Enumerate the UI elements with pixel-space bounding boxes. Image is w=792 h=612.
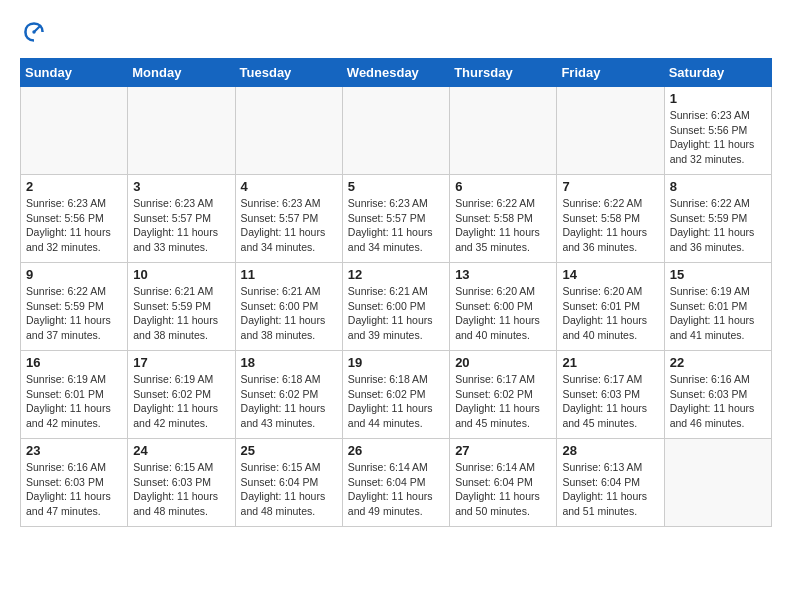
day-info: Sunrise: 6:21 AM Sunset: 5:59 PM Dayligh…: [133, 284, 229, 343]
calendar: SundayMondayTuesdayWednesdayThursdayFrid…: [20, 58, 772, 527]
day-info: Sunrise: 6:21 AM Sunset: 6:00 PM Dayligh…: [241, 284, 337, 343]
calendar-cell: 14Sunrise: 6:20 AM Sunset: 6:01 PM Dayli…: [557, 263, 664, 351]
day-info: Sunrise: 6:13 AM Sunset: 6:04 PM Dayligh…: [562, 460, 658, 519]
calendar-cell: 4Sunrise: 6:23 AM Sunset: 5:57 PM Daylig…: [235, 175, 342, 263]
day-number: 1: [670, 91, 766, 106]
calendar-cell: 10Sunrise: 6:21 AM Sunset: 5:59 PM Dayli…: [128, 263, 235, 351]
calendar-cell: 19Sunrise: 6:18 AM Sunset: 6:02 PM Dayli…: [342, 351, 449, 439]
day-info: Sunrise: 6:22 AM Sunset: 5:58 PM Dayligh…: [455, 196, 551, 255]
page-header: [20, 20, 772, 48]
day-info: Sunrise: 6:16 AM Sunset: 6:03 PM Dayligh…: [670, 372, 766, 431]
day-number: 22: [670, 355, 766, 370]
calendar-cell: 8Sunrise: 6:22 AM Sunset: 5:59 PM Daylig…: [664, 175, 771, 263]
day-number: 5: [348, 179, 444, 194]
day-number: 9: [26, 267, 122, 282]
calendar-cell: 1Sunrise: 6:23 AM Sunset: 5:56 PM Daylig…: [664, 87, 771, 175]
day-number: 28: [562, 443, 658, 458]
calendar-cell: [21, 87, 128, 175]
day-number: 16: [26, 355, 122, 370]
day-info: Sunrise: 6:22 AM Sunset: 5:59 PM Dayligh…: [26, 284, 122, 343]
calendar-cell: [450, 87, 557, 175]
day-number: 3: [133, 179, 229, 194]
logo-icon: [22, 20, 46, 44]
calendar-cell: 18Sunrise: 6:18 AM Sunset: 6:02 PM Dayli…: [235, 351, 342, 439]
calendar-cell: 11Sunrise: 6:21 AM Sunset: 6:00 PM Dayli…: [235, 263, 342, 351]
day-number: 15: [670, 267, 766, 282]
day-info: Sunrise: 6:18 AM Sunset: 6:02 PM Dayligh…: [241, 372, 337, 431]
calendar-cell: 21Sunrise: 6:17 AM Sunset: 6:03 PM Dayli…: [557, 351, 664, 439]
calendar-cell: 13Sunrise: 6:20 AM Sunset: 6:00 PM Dayli…: [450, 263, 557, 351]
calendar-cell: 12Sunrise: 6:21 AM Sunset: 6:00 PM Dayli…: [342, 263, 449, 351]
day-info: Sunrise: 6:17 AM Sunset: 6:02 PM Dayligh…: [455, 372, 551, 431]
calendar-week-3: 9Sunrise: 6:22 AM Sunset: 5:59 PM Daylig…: [21, 263, 772, 351]
calendar-cell: 28Sunrise: 6:13 AM Sunset: 6:04 PM Dayli…: [557, 439, 664, 527]
calendar-header-friday: Friday: [557, 59, 664, 87]
calendar-cell: 15Sunrise: 6:19 AM Sunset: 6:01 PM Dayli…: [664, 263, 771, 351]
day-info: Sunrise: 6:20 AM Sunset: 6:01 PM Dayligh…: [562, 284, 658, 343]
calendar-cell: 17Sunrise: 6:19 AM Sunset: 6:02 PM Dayli…: [128, 351, 235, 439]
day-number: 11: [241, 267, 337, 282]
day-number: 13: [455, 267, 551, 282]
day-number: 20: [455, 355, 551, 370]
calendar-header-saturday: Saturday: [664, 59, 771, 87]
day-info: Sunrise: 6:17 AM Sunset: 6:03 PM Dayligh…: [562, 372, 658, 431]
day-number: 19: [348, 355, 444, 370]
calendar-header-wednesday: Wednesday: [342, 59, 449, 87]
calendar-week-2: 2Sunrise: 6:23 AM Sunset: 5:56 PM Daylig…: [21, 175, 772, 263]
day-number: 17: [133, 355, 229, 370]
day-number: 21: [562, 355, 658, 370]
day-number: 26: [348, 443, 444, 458]
day-number: 6: [455, 179, 551, 194]
calendar-week-4: 16Sunrise: 6:19 AM Sunset: 6:01 PM Dayli…: [21, 351, 772, 439]
day-info: Sunrise: 6:15 AM Sunset: 6:03 PM Dayligh…: [133, 460, 229, 519]
day-info: Sunrise: 6:15 AM Sunset: 6:04 PM Dayligh…: [241, 460, 337, 519]
day-number: 18: [241, 355, 337, 370]
calendar-header-sunday: Sunday: [21, 59, 128, 87]
calendar-cell: [235, 87, 342, 175]
day-info: Sunrise: 6:23 AM Sunset: 5:56 PM Dayligh…: [26, 196, 122, 255]
day-info: Sunrise: 6:23 AM Sunset: 5:57 PM Dayligh…: [241, 196, 337, 255]
day-number: 27: [455, 443, 551, 458]
calendar-cell: 3Sunrise: 6:23 AM Sunset: 5:57 PM Daylig…: [128, 175, 235, 263]
calendar-cell: [128, 87, 235, 175]
calendar-cell: [557, 87, 664, 175]
day-number: 8: [670, 179, 766, 194]
day-number: 14: [562, 267, 658, 282]
day-info: Sunrise: 6:23 AM Sunset: 5:56 PM Dayligh…: [670, 108, 766, 167]
day-info: Sunrise: 6:16 AM Sunset: 6:03 PM Dayligh…: [26, 460, 122, 519]
day-info: Sunrise: 6:19 AM Sunset: 6:02 PM Dayligh…: [133, 372, 229, 431]
day-info: Sunrise: 6:14 AM Sunset: 6:04 PM Dayligh…: [348, 460, 444, 519]
calendar-header-thursday: Thursday: [450, 59, 557, 87]
day-number: 23: [26, 443, 122, 458]
calendar-week-5: 23Sunrise: 6:16 AM Sunset: 6:03 PM Dayli…: [21, 439, 772, 527]
day-number: 7: [562, 179, 658, 194]
day-info: Sunrise: 6:21 AM Sunset: 6:00 PM Dayligh…: [348, 284, 444, 343]
calendar-cell: 22Sunrise: 6:16 AM Sunset: 6:03 PM Dayli…: [664, 351, 771, 439]
calendar-cell: [664, 439, 771, 527]
calendar-header-tuesday: Tuesday: [235, 59, 342, 87]
day-number: 25: [241, 443, 337, 458]
calendar-cell: 7Sunrise: 6:22 AM Sunset: 5:58 PM Daylig…: [557, 175, 664, 263]
calendar-body: 1Sunrise: 6:23 AM Sunset: 5:56 PM Daylig…: [21, 87, 772, 527]
day-info: Sunrise: 6:19 AM Sunset: 6:01 PM Dayligh…: [26, 372, 122, 431]
day-number: 2: [26, 179, 122, 194]
calendar-cell: 25Sunrise: 6:15 AM Sunset: 6:04 PM Dayli…: [235, 439, 342, 527]
calendar-cell: 16Sunrise: 6:19 AM Sunset: 6:01 PM Dayli…: [21, 351, 128, 439]
day-number: 10: [133, 267, 229, 282]
logo: [20, 20, 46, 48]
day-info: Sunrise: 6:20 AM Sunset: 6:00 PM Dayligh…: [455, 284, 551, 343]
calendar-cell: [342, 87, 449, 175]
day-number: 4: [241, 179, 337, 194]
day-info: Sunrise: 6:18 AM Sunset: 6:02 PM Dayligh…: [348, 372, 444, 431]
calendar-cell: 26Sunrise: 6:14 AM Sunset: 6:04 PM Dayli…: [342, 439, 449, 527]
calendar-header-monday: Monday: [128, 59, 235, 87]
day-info: Sunrise: 6:22 AM Sunset: 5:59 PM Dayligh…: [670, 196, 766, 255]
day-number: 12: [348, 267, 444, 282]
day-info: Sunrise: 6:19 AM Sunset: 6:01 PM Dayligh…: [670, 284, 766, 343]
day-info: Sunrise: 6:14 AM Sunset: 6:04 PM Dayligh…: [455, 460, 551, 519]
calendar-cell: 24Sunrise: 6:15 AM Sunset: 6:03 PM Dayli…: [128, 439, 235, 527]
day-number: 24: [133, 443, 229, 458]
calendar-cell: 23Sunrise: 6:16 AM Sunset: 6:03 PM Dayli…: [21, 439, 128, 527]
calendar-cell: 20Sunrise: 6:17 AM Sunset: 6:02 PM Dayli…: [450, 351, 557, 439]
day-info: Sunrise: 6:23 AM Sunset: 5:57 PM Dayligh…: [133, 196, 229, 255]
